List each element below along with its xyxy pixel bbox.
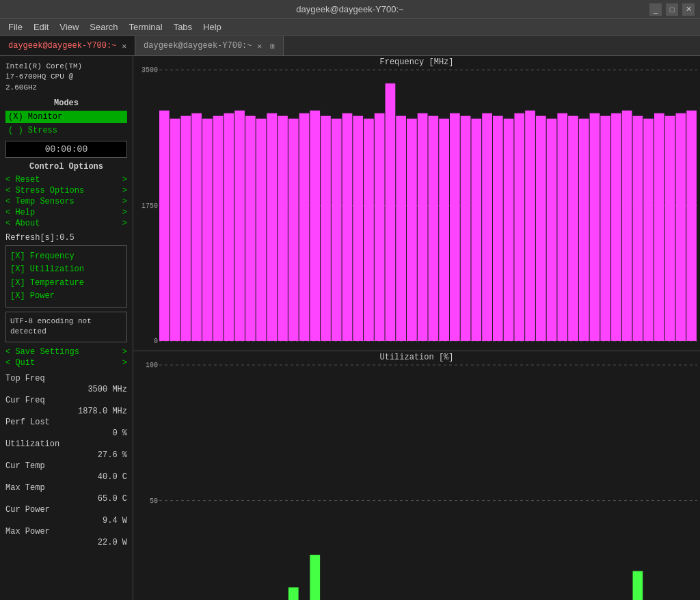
util-checkbox[interactable]: [X] Utilization bbox=[10, 263, 122, 276]
cur-temp-value: 40.0 C bbox=[98, 472, 127, 482]
utilization-canvas bbox=[133, 353, 700, 600]
reset-link[interactable]: < Reset> bbox=[5, 174, 127, 185]
save-quit: < Save Settings> < Quit> bbox=[5, 346, 127, 368]
frequency-canvas bbox=[133, 57, 700, 349]
stats-section: Top Freq 3500 MHz Cur Freq 1878.0 MHz Pe… bbox=[5, 374, 127, 547]
frequency-chart-title: Frequency [MHz] bbox=[379, 57, 453, 67]
menu-file[interactable]: File bbox=[3, 19, 28, 36]
menu-edit[interactable]: Edit bbox=[28, 19, 54, 36]
stress-options-link[interactable]: < Stress Options> bbox=[5, 185, 127, 196]
utilization-chart-title: Utilization [%] bbox=[379, 353, 453, 362]
minimize-button[interactable]: _ bbox=[649, 3, 662, 16]
top-freq-value: 3500 MHz bbox=[88, 385, 127, 394]
menu-tabs[interactable]: Tabs bbox=[168, 19, 198, 36]
frequency-chart: Frequency [MHz] bbox=[133, 56, 700, 351]
control-options-title: Control Options bbox=[5, 162, 127, 172]
save-settings-link[interactable]: < Save Settings> bbox=[5, 346, 127, 357]
temp-checkbox[interactable]: [X] Temperature bbox=[10, 277, 122, 290]
tab-2-expand[interactable]: ⊞ bbox=[270, 42, 275, 51]
menu-search[interactable]: Search bbox=[84, 19, 123, 36]
cur-power-label: Cur Power bbox=[5, 505, 50, 515]
menu-bar: File Edit View Search Terminal Tabs Help bbox=[0, 19, 700, 36]
window-controls[interactable]: _ □ ✕ bbox=[649, 3, 695, 16]
graph-toggles: [X] Frequency [X] Utilization [X] Temper… bbox=[5, 245, 127, 308]
tab-1-label: daygeek@daygeek-Y700:~ bbox=[8, 41, 116, 51]
main-content: Intel(R) Core(TM)i7-6700HQ CPU @2.60GHz … bbox=[0, 56, 700, 600]
menu-terminal[interactable]: Terminal bbox=[124, 19, 168, 36]
help-link[interactable]: < Help> bbox=[5, 207, 127, 218]
menu-help[interactable]: Help bbox=[198, 19, 227, 36]
max-power-label: Max Power bbox=[5, 527, 50, 536]
tab-1-close[interactable]: ✕ bbox=[122, 42, 126, 51]
max-temp-label: Max Temp bbox=[5, 483, 45, 493]
monitor-mode-button[interactable]: (X) Monitor bbox=[5, 111, 127, 123]
utilization-label: Utilization bbox=[5, 439, 59, 449]
charts-area: Frequency [MHz] Utilization [%] Temperat… bbox=[133, 56, 700, 600]
freq-checkbox[interactable]: [X] Frequency bbox=[10, 250, 122, 263]
perf-lost-value: 0 % bbox=[112, 428, 127, 438]
perf-lost-label: Perf Lost bbox=[5, 418, 50, 427]
about-link[interactable]: < About> bbox=[5, 218, 127, 229]
cpu-info: Intel(R) Core(TM)i7-6700HQ CPU @2.60GHz bbox=[5, 62, 127, 93]
tab-2-label: daygeek@daygeek-Y700:~ bbox=[144, 41, 252, 51]
temp-sensors-link[interactable]: < Temp Sensors> bbox=[5, 196, 127, 207]
quit-link[interactable]: < Quit> bbox=[5, 357, 127, 368]
stress-mode-button[interactable]: ( ) Stress bbox=[5, 124, 127, 137]
max-temp-value: 65.0 C bbox=[98, 494, 127, 504]
power-checkbox[interactable]: [X] Power bbox=[10, 290, 122, 303]
sidebar: Intel(R) Core(TM)i7-6700HQ CPU @2.60GHz … bbox=[0, 56, 133, 600]
window-title: daygeek@daygeek-Y700:~ bbox=[296, 4, 403, 14]
title-bar: daygeek@daygeek-Y700:~ _ □ ✕ bbox=[0, 0, 700, 19]
utilization-chart: Utilization [%] bbox=[133, 351, 700, 600]
cur-temp-label: Cur Temp bbox=[5, 461, 45, 471]
utf-warning: UTF-8 encoding notdetected bbox=[5, 312, 127, 342]
modes-title: Modes bbox=[5, 98, 127, 108]
tab-2-close[interactable]: ✕ bbox=[258, 42, 262, 51]
tab-1[interactable]: daygeek@daygeek-Y700:~ ✕ bbox=[0, 36, 135, 55]
max-power-value: 22.0 W bbox=[98, 538, 127, 547]
refresh-label: Refresh[s]:0.5 bbox=[5, 233, 127, 243]
utilization-value: 27.6 % bbox=[98, 450, 127, 460]
top-freq-label: Top Freq bbox=[5, 374, 45, 383]
close-button[interactable]: ✕ bbox=[682, 3, 695, 16]
maximize-button[interactable]: □ bbox=[666, 3, 678, 16]
timer-display: 00:00:00 bbox=[5, 141, 127, 158]
cur-power-value: 9.4 W bbox=[103, 516, 127, 526]
tab-2[interactable]: daygeek@daygeek-Y700:~ ✕ ⊞ bbox=[135, 36, 284, 55]
cur-freq-label: Cur Freq bbox=[5, 396, 45, 405]
menu-view[interactable]: View bbox=[54, 19, 84, 36]
cur-freq-value: 1878.0 MHz bbox=[78, 407, 127, 416]
tab-bar: daygeek@daygeek-Y700:~ ✕ daygeek@daygeek… bbox=[0, 36, 700, 56]
